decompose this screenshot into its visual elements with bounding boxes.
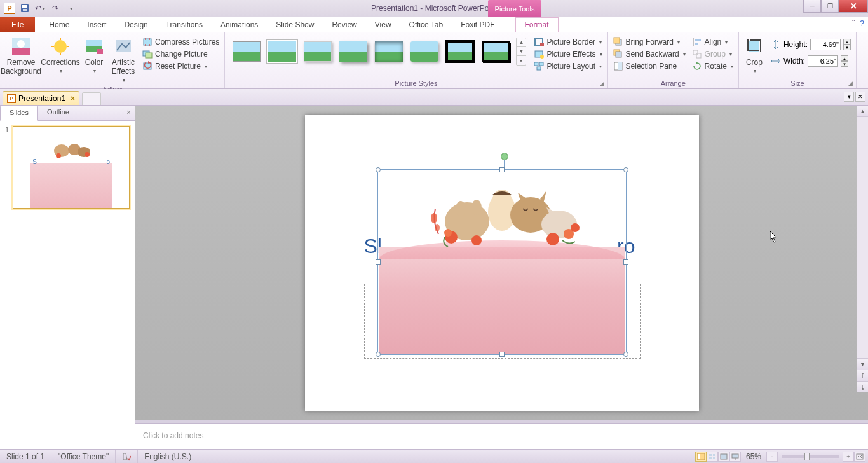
pane-tab-outline[interactable]: Outline xyxy=(38,106,78,120)
slide-thumbnail-1[interactable]: S o xyxy=(13,126,130,209)
color-button[interactable]: Color▾ xyxy=(81,35,107,76)
new-document-tab[interactable] xyxy=(82,92,101,105)
picture-border-button[interactable]: Picture Border▾ xyxy=(531,36,604,48)
zoom-level[interactable]: 65% xyxy=(741,452,766,461)
help-icon[interactable]: ? xyxy=(860,19,864,28)
picture-style-4[interactable] xyxy=(338,40,369,63)
resize-handle-w[interactable] xyxy=(376,259,381,265)
picture-style-5[interactable] xyxy=(374,40,404,63)
close-button[interactable]: ✕ xyxy=(839,0,868,13)
resize-handle-se[interactable] xyxy=(623,352,628,357)
rotation-handle[interactable] xyxy=(501,153,508,160)
reset-picture-button[interactable]: Reset Picture▾ xyxy=(140,60,222,72)
group-button[interactable]: Group▾ xyxy=(689,48,736,60)
gallery-down-icon[interactable]: ▼ xyxy=(517,47,526,56)
picture-effects-button[interactable]: Picture Effects▾ xyxy=(531,48,604,60)
tab-transitions[interactable]: Transitions xyxy=(157,17,212,32)
document-tab-active[interactable]: P Presentation1 × xyxy=(3,91,79,105)
doctabs-menu-icon[interactable]: ▾ xyxy=(844,92,854,102)
tab-foxit[interactable]: Foxit PDF xyxy=(452,17,503,32)
save-icon[interactable] xyxy=(18,2,32,15)
remove-background-button[interactable]: Remove Background xyxy=(3,35,39,78)
status-slide-number[interactable]: Slide 1 of 1 xyxy=(0,450,51,463)
slide-canvas[interactable]: Sl ro xyxy=(135,106,868,420)
picture-style-6[interactable] xyxy=(409,40,440,63)
resize-handle-n[interactable] xyxy=(499,167,505,172)
notes-pane[interactable]: Click to add notes xyxy=(135,423,868,448)
document-tab-close-icon[interactable]: × xyxy=(71,94,75,103)
prev-slide-icon[interactable]: ⭱ xyxy=(857,370,868,381)
compress-pictures-button[interactable]: Compress Pictures xyxy=(140,36,222,48)
zoom-out-icon[interactable]: − xyxy=(766,452,778,462)
undo-icon[interactable]: ↶▾ xyxy=(33,2,47,15)
height-input[interactable] xyxy=(810,39,841,50)
vertical-scrollbar[interactable]: ▲ ▼ ⭱ ⭳ xyxy=(857,106,868,392)
tab-review[interactable]: Review xyxy=(323,17,365,32)
status-theme[interactable]: "Office Theme" xyxy=(51,450,116,463)
scroll-up-icon[interactable]: ▲ xyxy=(857,106,868,117)
fit-to-window-icon[interactable] xyxy=(854,452,865,462)
zoom-slider-thumb[interactable] xyxy=(804,453,810,460)
tab-officetab[interactable]: Office Tab xyxy=(400,17,452,32)
status-spellcheck[interactable] xyxy=(116,450,138,463)
next-slide-icon[interactable]: ⭳ xyxy=(857,381,868,392)
gallery-up-icon[interactable]: ▲ xyxy=(517,38,526,47)
resize-handle-s[interactable] xyxy=(499,352,505,357)
crop-icon xyxy=(744,36,764,57)
minimize-button[interactable]: ─ xyxy=(803,0,821,13)
view-slideshow-icon[interactable] xyxy=(729,452,741,462)
pane-tab-slides[interactable]: Slides xyxy=(0,106,38,121)
picture-style-8[interactable] xyxy=(480,40,511,63)
bring-forward-button[interactable]: Bring Forward▾ xyxy=(611,36,688,48)
redo-icon[interactable]: ↷ xyxy=(48,2,62,15)
gallery-more-icon[interactable]: ▾ xyxy=(517,56,526,65)
pane-close-icon[interactable]: × xyxy=(126,108,131,117)
resize-handle-ne[interactable] xyxy=(623,167,628,172)
width-spinner[interactable]: ▲▼ xyxy=(841,55,848,67)
minimize-ribbon-icon[interactable]: ˆ xyxy=(852,19,855,28)
change-picture-button[interactable]: Change Picture xyxy=(140,48,222,60)
align-button[interactable]: Align▾ xyxy=(689,36,736,48)
picture-style-3[interactable] xyxy=(302,40,333,63)
width-input[interactable] xyxy=(808,55,838,67)
rotate-button[interactable]: Rotate▾ xyxy=(689,60,736,72)
resize-handle-e[interactable] xyxy=(623,259,628,265)
picture-style-2[interactable] xyxy=(267,40,297,63)
tab-home[interactable]: Home xyxy=(40,17,78,32)
tab-format[interactable]: Format xyxy=(515,17,559,32)
restore-button[interactable]: ❐ xyxy=(821,0,839,13)
tab-file[interactable]: File xyxy=(0,17,35,32)
artistic-effects-button[interactable]: Artistic Effects▾ xyxy=(108,35,139,85)
picture-style-1[interactable] xyxy=(231,40,262,63)
view-reading-icon[interactable] xyxy=(718,452,729,462)
styles-dialog-launcher[interactable]: ◢ xyxy=(599,79,606,87)
tab-slideshow[interactable]: Slide Show xyxy=(267,17,323,32)
app-icon[interactable]: P xyxy=(3,2,17,15)
tab-view[interactable]: View xyxy=(366,17,400,32)
view-sorter-icon[interactable] xyxy=(707,452,718,462)
svg-point-45 xyxy=(471,200,482,215)
resize-handle-sw[interactable] xyxy=(376,352,381,357)
qat-customize-icon[interactable]: ▾ xyxy=(64,2,78,15)
zoom-in-icon[interactable]: + xyxy=(843,452,854,462)
resize-handle-nw[interactable] xyxy=(376,167,381,172)
status-language[interactable]: English (U.S.) xyxy=(138,450,198,463)
selection-pane-button[interactable]: Selection Pane xyxy=(611,60,688,72)
view-normal-icon[interactable] xyxy=(695,452,707,462)
tab-insert[interactable]: Insert xyxy=(78,17,115,32)
scroll-down-icon[interactable]: ▼ xyxy=(857,358,868,370)
corrections-button[interactable]: Corrections▾ xyxy=(41,35,80,76)
picture-layout-button[interactable]: Picture Layout▾ xyxy=(531,60,604,72)
size-dialog-launcher[interactable]: ◢ xyxy=(847,79,855,87)
tab-animations[interactable]: Animations xyxy=(212,17,267,32)
selected-picture[interactable] xyxy=(377,169,627,355)
picture-style-7[interactable] xyxy=(445,40,475,63)
quick-access-toolbar: P ↶▾ ↷ ▾ xyxy=(0,2,78,15)
height-spinner[interactable]: ▲▼ xyxy=(843,39,851,50)
tab-design[interactable]: Design xyxy=(115,17,156,32)
crop-button[interactable]: Crop▾ xyxy=(742,35,767,76)
gallery-scroll[interactable]: ▲▼▾ xyxy=(516,38,526,66)
doctabs-close-icon[interactable]: ✕ xyxy=(855,92,865,102)
send-backward-button[interactable]: Send Backward▾ xyxy=(611,48,688,60)
zoom-slider[interactable] xyxy=(782,455,839,458)
